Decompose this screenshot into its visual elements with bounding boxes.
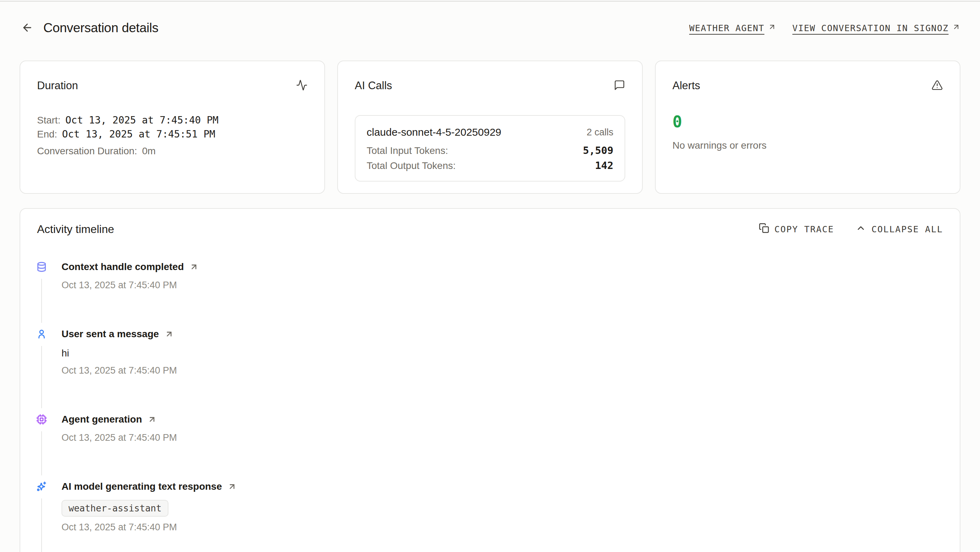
- start-value: Oct 13, 2025 at 7:45:40 PM: [65, 113, 218, 127]
- timeline-item: Agent generation Oct 13, 2025 at 7:45:40…: [36, 412, 943, 479]
- back-button[interactable]: [19, 20, 35, 36]
- alerts-count: 0: [673, 112, 943, 132]
- timeline-connector: [41, 431, 42, 475]
- activity-timeline-card: Activity timeline COPY TRACE COLLAPSE AL…: [19, 208, 961, 552]
- timeline-item: Context handle completed Oct 13, 2025 at…: [36, 259, 943, 326]
- timeline-item-timestamp: Oct 13, 2025 at 7:45:40 PM: [62, 279, 943, 291]
- timeline-item-link[interactable]: User sent a message: [62, 326, 174, 342]
- conversation-duration-label: Conversation Duration:: [37, 144, 137, 158]
- user-icon: [36, 329, 47, 340]
- output-tokens-row: Total Output Tokens: 142: [367, 159, 613, 172]
- arrow-up-right-icon: [228, 482, 237, 491]
- timeline-item-timestamp: Oct 13, 2025 at 7:45:40 PM: [62, 364, 943, 377]
- input-tokens-label: Total Input Tokens:: [367, 144, 448, 157]
- timeline-item-title: Agent generation: [62, 414, 142, 425]
- timeline-item: User sent a message hiOct 13, 2025 at 7:…: [36, 326, 943, 412]
- timeline-item-link[interactable]: Agent generation: [62, 412, 157, 427]
- timeline-connector: [41, 498, 42, 552]
- top-divider: [0, 1, 980, 2]
- input-tokens-row: Total Input Tokens: 5,509: [367, 144, 613, 157]
- copy-icon: [759, 223, 769, 235]
- timeline-item-timestamp: Oct 13, 2025 at 7:45:40 PM: [62, 431, 943, 444]
- activity-timeline-title: Activity timeline: [37, 222, 114, 237]
- end-row: End: Oct 13, 2025 at 7:45:51 PM: [37, 127, 307, 141]
- model-call-count: 2 calls: [587, 127, 613, 138]
- alerts-card: Alerts 0 No warnings or errors: [655, 61, 961, 194]
- alerts-card-title: Alerts: [673, 80, 700, 92]
- arrow-up-right-icon: [952, 23, 961, 33]
- duration-card-title: Duration: [37, 80, 78, 92]
- weather-agent-link[interactable]: WEATHER AGENT: [689, 23, 776, 33]
- sparkles-icon: [36, 481, 47, 492]
- timeline-item-message: hi: [62, 347, 943, 360]
- stat-cards-row: Duration Start: Oct 13, 2025 at 7:45:40 …: [19, 61, 961, 194]
- output-tokens-label: Total Output Tokens:: [367, 159, 456, 172]
- arrow-up-right-icon: [768, 23, 776, 33]
- conversation-duration-row: Conversation Duration: 0m: [37, 144, 307, 158]
- output-tokens-value: 142: [595, 159, 613, 172]
- timeline-item-title: AI model generating text response: [62, 481, 222, 492]
- arrow-up-right-icon: [165, 330, 174, 338]
- model-name: claude-sonnet-4-5-20250929: [367, 126, 501, 138]
- chevron-up-icon: [856, 223, 866, 235]
- timeline-item-link[interactable]: AI model generating text response: [62, 479, 237, 494]
- timeline-connector: [41, 346, 42, 408]
- conversation-duration-value: 0m: [142, 144, 156, 158]
- alerts-message: No warnings or errors: [673, 139, 943, 152]
- ai-calls-card-title: AI Calls: [355, 80, 392, 92]
- timeline-item-badge: weather-assistant: [62, 500, 169, 517]
- timeline-connector: [41, 279, 42, 323]
- model-usage-box: claude-sonnet-4-5-20250929 2 calls Total…: [355, 115, 625, 182]
- database-icon: [36, 261, 47, 273]
- timeline-list: Context handle completed Oct 13, 2025 at…: [36, 259, 943, 552]
- start-label: Start:: [37, 113, 60, 127]
- page-header: Conversation details WEATHER AGENT VIEW …: [0, 0, 980, 36]
- timeline-item-timestamp: Oct 13, 2025 at 7:45:40 PM: [62, 521, 943, 533]
- page-title: Conversation details: [43, 20, 158, 36]
- activity-icon: [296, 80, 307, 93]
- cpu-icon: [36, 414, 47, 425]
- arrow-up-right-icon: [148, 415, 157, 424]
- arrow-left-icon: [21, 22, 33, 35]
- triangle-alert-icon: [931, 80, 943, 93]
- ai-calls-card: AI Calls claude-sonnet-4-5-20250929 2 ca…: [337, 61, 643, 194]
- duration-card: Duration Start: Oct 13, 2025 at 7:45:40 …: [19, 61, 325, 194]
- timeline-item-link[interactable]: Context handle completed: [62, 259, 199, 274]
- timeline-item-title: User sent a message: [62, 329, 159, 340]
- input-tokens-value: 5,509: [583, 144, 613, 157]
- start-row: Start: Oct 13, 2025 at 7:45:40 PM: [37, 113, 307, 127]
- end-value: Oct 13, 2025 at 7:45:51 PM: [62, 127, 215, 141]
- message-square-icon: [614, 80, 625, 93]
- view-conversation-in-signoz-link[interactable]: VIEW CONVERSATION IN SIGNOZ: [792, 23, 961, 33]
- end-label: End:: [37, 127, 57, 141]
- copy-trace-button[interactable]: COPY TRACE: [759, 223, 834, 235]
- timeline-item-title: Context handle completed: [62, 261, 184, 273]
- timeline-item: AI model generating text response weathe…: [36, 479, 943, 552]
- collapse-all-button[interactable]: COLLAPSE ALL: [856, 223, 943, 235]
- arrow-up-right-icon: [189, 262, 199, 271]
